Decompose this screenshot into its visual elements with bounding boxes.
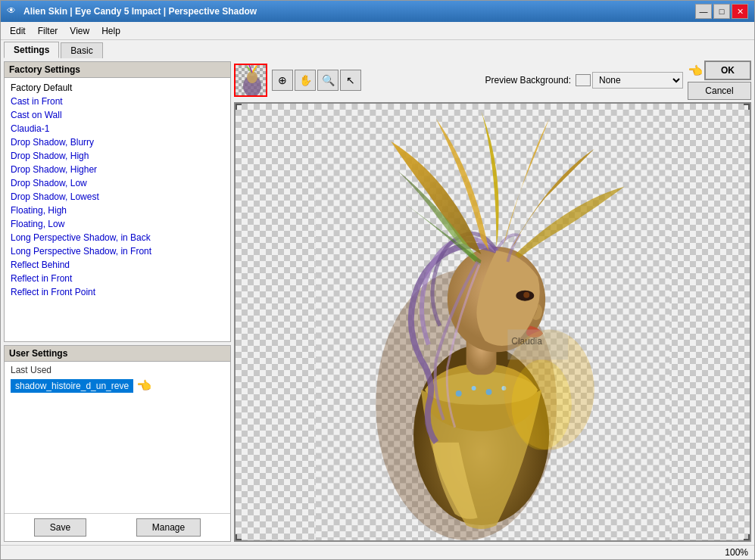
minimize-button[interactable]: — [695,4,712,19]
list-item-drop-shadow-low[interactable]: Drop Shadow, Low [5,176,230,190]
thumbnail-box [234,64,267,97]
main-window: 👁 Alien Skin | Eye Candy 5 Impact | Pers… [0,0,755,560]
svg-point-16 [472,386,476,390]
preview-bg-swatch [576,74,591,86]
list-item-long-perspective-back[interactable]: Long Perspective Shadow, in Back [5,231,230,244]
magnify-tool-button[interactable]: 🔍 [317,70,339,91]
svg-point-24 [511,359,572,450]
list-item-drop-shadow-higher[interactable]: Drop Shadow, Higher [5,163,230,176]
list-item-factory-default[interactable]: Factory Default [5,81,230,95]
menu-filter[interactable]: Filter [32,24,64,38]
top-controls: ⊕ ✋ 🔍 ↖ Preview Background: [234,61,751,99]
title-bar-left: 👁 Alien Skin | Eye Candy 5 Impact | Pers… [7,5,257,17]
ok-cancel-group: 👈 OK Cancel [688,61,751,100]
cancel-button[interactable]: Cancel [688,82,751,100]
user-settings-box: User Settings Last Used shadow_histoire_… [4,345,231,542]
user-settings-body: Last Used shadow_histoire_d_un_reve 👈 [5,362,230,513]
svg-point-17 [486,389,492,395]
user-settings-header: User Settings [5,346,230,362]
title-buttons: — □ ✕ [695,4,748,19]
list-item-floating-high[interactable]: Floating, High [5,204,230,217]
svg-point-3 [247,71,257,83]
save-button[interactable]: Save [34,518,86,537]
menu-view[interactable]: View [64,24,95,38]
menu-bar: Edit Filter View Help [1,22,754,40]
main-content: Factory Settings Factory Default Cast in… [1,58,754,545]
svg-text:Claudia: Claudia [511,336,542,347]
preview-area: Claudia [234,102,751,542]
list-item-reflect-behind[interactable]: Reflect Behind [5,258,230,272]
user-setting-selected[interactable]: shadow_histoire_d_un_reve [11,379,133,393]
list-item-drop-shadow-blurry[interactable]: Drop Shadow, Blurry [5,135,230,149]
zoom-level: 100% [725,547,748,558]
list-item-long-perspective-front[interactable]: Long Perspective Shadow, in Front [5,244,230,258]
list-item-cast-in-front[interactable]: Cast in Front [5,95,230,108]
bottom-buttons: Save Manage [5,513,230,541]
maximize-button[interactable]: □ [713,4,730,19]
ok-row: 👈 OK [688,61,751,80]
thumbnail-inner [236,65,266,95]
magnify-icon: 🔍 [322,74,335,86]
list-item-cast-on-wall[interactable]: Cast on Wall [5,108,230,122]
last-used-label: Last Used [11,365,224,375]
list-item-reflect-in-front-point[interactable]: Reflect in Front Point [5,285,230,299]
tab-settings[interactable]: Settings [4,42,59,58]
preview-bg-select[interactable]: None White Black Custom [592,72,683,89]
title-bar: 👁 Alien Skin | Eye Candy 5 Impact | Pers… [1,1,754,22]
factory-settings-list: Factory Default Cast in Front Cast on Wa… [5,78,230,341]
pan-tool-button[interactable]: ✋ [295,70,316,91]
thumbnail-image [236,65,267,97]
preview-bg-label: Preview Background: [485,75,571,86]
tab-basic[interactable]: Basic [61,42,102,58]
hand-pointer-icon: 👈 [136,378,151,393]
manage-button[interactable]: Manage [136,518,201,537]
status-bar: 100% [1,545,754,559]
select-tool-button[interactable]: ↖ [340,70,361,91]
list-item-floating-low[interactable]: Floating, Low [5,217,230,231]
pan-icon: ✋ [299,74,312,86]
left-panel: Factory Settings Factory Default Cast in… [4,61,231,542]
select-icon: ↖ [346,74,355,86]
menu-help[interactable]: Help [95,24,126,38]
factory-settings-box: Factory Settings Factory Default Cast in… [4,61,231,342]
menu-edit[interactable]: Edit [4,24,32,38]
list-item-drop-shadow-lowest[interactable]: Drop Shadow, Lowest [5,190,230,204]
list-item-drop-shadow-high[interactable]: Drop Shadow, High [5,149,230,163]
zoom-tool-button[interactable]: ⊕ [272,70,293,91]
list-item-claudia-1[interactable]: Claudia-1 [5,122,230,135]
app-icon: 👁 [7,5,19,17]
list-item-reflect-in-front[interactable]: Reflect in Front [5,272,230,285]
svg-point-15 [456,390,462,397]
ok-hand-icon: 👈 [688,64,703,78]
preview-bg-control: None White Black Custom [576,72,683,89]
zoom-icon: ⊕ [278,74,287,86]
tabs-bar: Settings Basic [1,40,754,58]
ok-button[interactable]: OK [704,61,751,80]
tool-buttons: ⊕ ✋ 🔍 ↖ [272,70,361,91]
right-panel: ⊕ ✋ 🔍 ↖ Preview Background: [234,61,751,542]
svg-point-22 [523,292,529,298]
preview-svg: Claudia [236,104,750,540]
close-button[interactable]: ✕ [732,4,748,19]
window-title: Alien Skin | Eye Candy 5 Impact | Perspe… [23,6,257,17]
factory-settings-header: Factory Settings [5,62,230,78]
